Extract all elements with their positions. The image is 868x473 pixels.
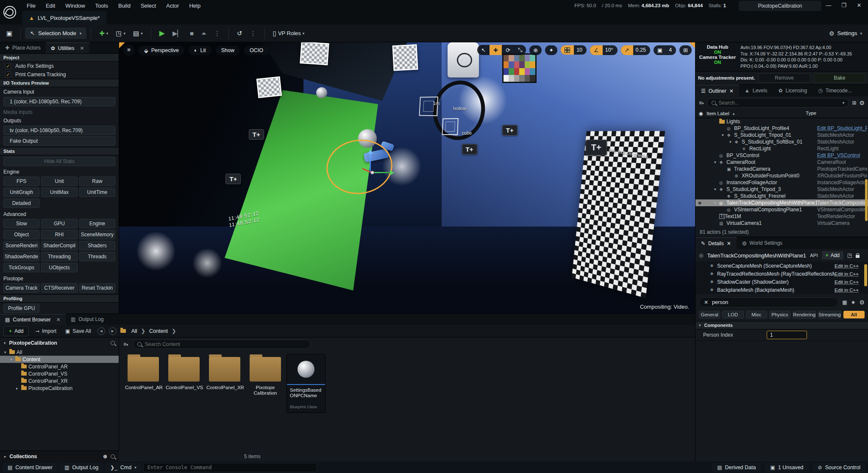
- filter-icon[interactable]: ≡▾: [123, 341, 128, 347]
- actor-type[interactable]: StaticMeshActor: [817, 193, 867, 199]
- table-row[interactable]: Lights: [696, 118, 868, 125]
- stat-toggle-button[interactable]: UObjects: [41, 263, 77, 272]
- actor-label[interactable]: S_StudioLight_Tripod_01: [734, 132, 817, 138]
- menu-item[interactable]: Window: [61, 1, 89, 11]
- stat-toggle-button[interactable]: SceneMemory: [79, 230, 115, 239]
- actor-type[interactable]: TextRenderActor: [817, 213, 867, 219]
- folder-name[interactable]: All: [17, 349, 22, 355]
- folder-name[interactable]: Content: [22, 357, 40, 362]
- stop-button[interactable]: ■: [186, 28, 198, 39]
- new-folder-icon[interactable]: ⊞: [852, 100, 856, 106]
- expand-arrow-icon[interactable]: ▾: [714, 187, 719, 191]
- vp-roles-dropdown[interactable]: ▯ VP Roles ▾: [269, 28, 309, 39]
- stat-toggle-button[interactable]: Slow: [3, 219, 39, 228]
- actor-label[interactable]: S_StudioLight_Fresnel: [734, 193, 817, 199]
- asset-folder[interactable]: ControlPanel_VS: [165, 354, 203, 398]
- scale-snap-icon[interactable]: ↗: [621, 45, 633, 55]
- blueprint-edit-icon[interactable]: ◳: [847, 252, 852, 258]
- actor-label[interactable]: Text1M: [725, 213, 817, 219]
- outliner-search[interactable]: ▾: [707, 98, 849, 108]
- actor-label[interactable]: S_StudioLight_SoftBox_01: [742, 139, 817, 145]
- table-row[interactable]: ✳ RectLight RectLight: [696, 145, 868, 152]
- tab-content-browser[interactable]: ▤ Content Browser ✕: [0, 314, 66, 325]
- toolbar-kebab-icon[interactable]: ⋮: [246, 28, 260, 39]
- component-name[interactable]: ShadowCaster (ShadowCaster): [717, 279, 835, 285]
- actor-type[interactable]: TalenTrackCompositing: [817, 200, 867, 206]
- component-row[interactable]: ❖ ShadowCaster (ShadowCaster) Edit in C+…: [696, 278, 868, 286]
- edit-in-cpp-link[interactable]: Edit in C++: [835, 271, 859, 277]
- clear-search-icon[interactable]: ✕: [704, 299, 708, 305]
- menu-item[interactable]: File: [22, 1, 40, 11]
- actor-type[interactable]: InstancedFoliageActor: [817, 180, 867, 185]
- folder-name[interactable]: PixotopeCalibration: [28, 385, 72, 391]
- scrollbar[interactable]: [864, 264, 867, 286]
- stat-toggle-button[interactable]: Threads: [79, 252, 115, 261]
- 3d-viewport[interactable]: T+ T+ T+ T+ T+ 1m hollow cube 0m, 5x5 cm…: [119, 42, 695, 313]
- rotate-tool-icon[interactable]: ⟳: [502, 45, 514, 55]
- table-row[interactable]: ◉ ▾ ◎ TalenTrackCompositingMeshWithPlane…: [696, 199, 868, 206]
- forward-button[interactable]: ►: [109, 327, 117, 335]
- stat-toggle-button[interactable]: FPS: [3, 177, 39, 186]
- table-row[interactable]: ❖ S_StudioLight_Fresnel StaticMeshActor: [696, 193, 868, 199]
- play-options-kebab-icon[interactable]: ⋮: [210, 28, 224, 39]
- play-button[interactable]: ▶: [156, 27, 169, 40]
- filter-chip[interactable]: Physics: [769, 311, 790, 318]
- cinematics-button[interactable]: ▤▾: [129, 28, 147, 39]
- stat-toggle-button[interactable]: Unit: [41, 177, 77, 186]
- stat-toggle-button[interactable]: UnitTime: [79, 188, 115, 197]
- component-row[interactable]: ❖ BackplaneMesh (BackplaneMesh) Edit in …: [696, 286, 868, 294]
- stat-toggle-button[interactable]: GPU: [41, 219, 77, 228]
- grid-snap-icon[interactable]: [561, 45, 574, 55]
- stat-toggle-button[interactable]: SceneRenderi: [3, 241, 39, 250]
- console-input[interactable]: [147, 465, 313, 470]
- display-filter-icon[interactable]: ▦: [842, 299, 847, 305]
- asset-folder[interactable]: Pixotope Calibration: [246, 354, 284, 398]
- unsaved-button[interactable]: ▣ 1 Unsaved: [765, 463, 808, 472]
- actor-label[interactable]: RectLight: [749, 146, 817, 152]
- table-row[interactable]: ⊕ XROutsideFrustumPoint0 XROutsideFrustu…: [696, 172, 868, 179]
- print-camera-tracking-row[interactable]: Print Camera Tracking: [0, 70, 119, 79]
- expand-arrow-icon[interactable]: ▾: [714, 201, 719, 205]
- folder-name[interactable]: ControlPanel_AR: [28, 364, 68, 370]
- back-button[interactable]: ◄: [97, 327, 105, 335]
- actor-type[interactable]: RectLight: [817, 146, 867, 152]
- filter-chip[interactable]: All: [843, 311, 865, 318]
- gear-icon[interactable]: ⚙: [859, 100, 865, 106]
- table-row[interactable]: ▾ ❖ CameraRoot CameraRoot: [696, 159, 868, 166]
- add-asset-button[interactable]: + Add: [3, 326, 29, 336]
- folder-tree-row[interactable]: ControlPanel_XR: [0, 377, 119, 384]
- expand-arrow-icon[interactable]: ▸: [16, 386, 21, 390]
- actor-type[interactable]: VirtualCamera: [817, 220, 867, 226]
- actor-label[interactable]: Lights: [726, 119, 817, 124]
- maximize-button[interactable]: ❐: [837, 0, 850, 11]
- auto-fix-settings-row[interactable]: Auto Fix Settings: [0, 62, 119, 70]
- derived-data-button[interactable]: ▤ Derived Data: [712, 463, 761, 472]
- frame-skip-button[interactable]: ▶▏: [169, 28, 186, 39]
- table-row[interactable]: ◎ InstancedFoliageActor InstancedFoliage…: [696, 179, 868, 186]
- save-button[interactable]: ▣: [3, 28, 16, 39]
- visibility-icon[interactable]: ◉: [696, 201, 703, 205]
- scrollbar[interactable]: [865, 179, 868, 221]
- actor-label[interactable]: BP_StudioLight_Profile4: [734, 125, 817, 131]
- folder-tree-row[interactable]: ControlPanel_VS: [0, 370, 119, 377]
- show-dropdown[interactable]: Show: [216, 46, 240, 55]
- tab-timecode[interactable]: ◷ Timecode...: [812, 85, 857, 97]
- import-button[interactable]: ⭢ Import: [33, 326, 59, 336]
- component-name[interactable]: RayTracedReflectionsMesh (RayTracedRefle…: [717, 271, 835, 277]
- stat-toggle-button[interactable]: Shaders: [79, 241, 115, 250]
- gizmo-origin[interactable]: [370, 171, 374, 174]
- tab-outliner[interactable]: ☰ Outliner ✕: [696, 85, 739, 97]
- gizmo-z-axis[interactable]: [370, 151, 371, 173]
- table-row[interactable]: Tt Text1M TextRenderActor: [696, 213, 868, 220]
- gear-icon[interactable]: ⚙: [859, 299, 865, 306]
- close-icon[interactable]: ✕: [56, 317, 61, 323]
- bake-button[interactable]: Bake: [814, 73, 865, 83]
- actor-label[interactable]: TrackedCamera: [734, 166, 817, 172]
- stat-toggle-button[interactable]: CTSReceiver: [41, 283, 77, 293]
- close-button[interactable]: ✕: [853, 0, 865, 11]
- close-icon[interactable]: ✕: [80, 45, 84, 51]
- expand-arrow-icon[interactable]: ▾: [4, 350, 9, 354]
- tab-details[interactable]: ✎ Details ✕: [696, 237, 737, 249]
- cmd-dropdown[interactable]: ❯_ Cmd ▾: [105, 463, 142, 472]
- eye-icon[interactable]: ◉: [699, 111, 703, 116]
